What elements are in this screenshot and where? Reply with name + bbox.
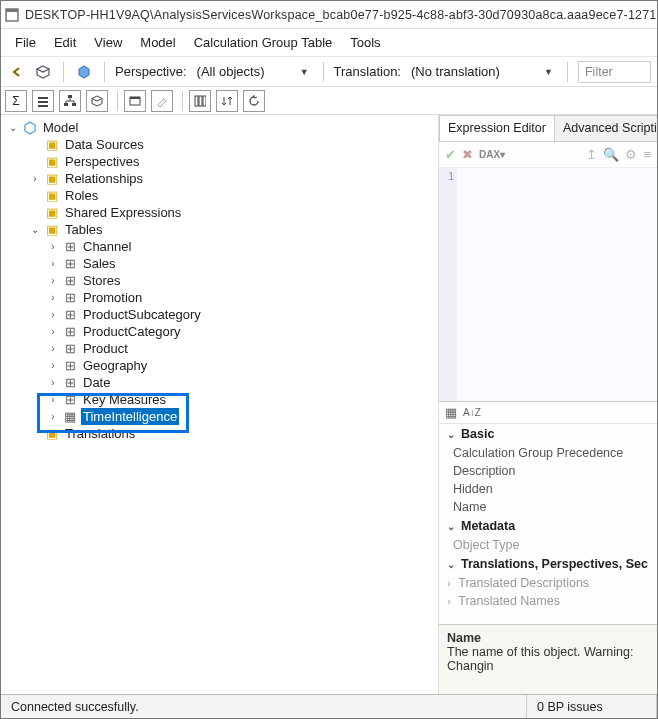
tree-node-table[interactable]: ›⊞ProductCategory <box>1 323 438 340</box>
menu-calc-group-table[interactable]: Calculation Group Table <box>194 35 333 50</box>
editor-content[interactable] <box>457 168 657 401</box>
expand-icon[interactable]: › <box>47 391 59 408</box>
expand-icon[interactable]: › <box>47 323 59 340</box>
tree-node-table[interactable]: ›⊞Stores <box>1 272 438 289</box>
expand-icon[interactable]: › <box>47 374 59 391</box>
gutter: 1 <box>439 168 457 401</box>
folder-icon: ▣ <box>44 426 60 442</box>
menu-file[interactable]: File <box>15 35 36 50</box>
expand-icon[interactable]: › <box>47 306 59 323</box>
table-icon: ⊞ <box>62 358 78 374</box>
svg-rect-8 <box>64 103 68 106</box>
group-basic[interactable]: ⌄Basic <box>439 424 657 444</box>
svg-rect-1 <box>6 9 18 12</box>
svg-rect-17 <box>195 96 198 106</box>
expand-icon[interactable]: › <box>47 255 59 272</box>
tree-node-relationships[interactable]: › ▣ Relationships <box>1 170 438 187</box>
tree-node-tables[interactable]: ⌄ ▣ Tables <box>1 221 438 238</box>
tree-node-table[interactable]: ›⊞Sales <box>1 255 438 272</box>
tree-node-roles[interactable]: ▣ Roles <box>1 187 438 204</box>
tree-node-timeintelligence[interactable]: ›▦TimeIntelligence <box>1 408 438 425</box>
refresh-icon[interactable] <box>243 90 265 112</box>
titlebar: DESKTOP-HH1V9AQ\AnalysisServicesWorkspac… <box>1 1 657 29</box>
tree-node-table[interactable]: ›⊞Channel <box>1 238 438 255</box>
sort-az-icon[interactable]: A↓Z <box>463 407 481 418</box>
collapse-icon[interactable]: ⌄ <box>29 221 41 238</box>
tree-node-model[interactable]: ⌄ Model <box>1 119 438 136</box>
prop-row[interactable]: Hidden <box>439 480 657 498</box>
list-icon[interactable] <box>32 90 54 112</box>
tree-node-table[interactable]: ›⊞ProductSubcategory <box>1 306 438 323</box>
categorized-icon[interactable]: ▦ <box>445 405 457 420</box>
tree-node-table[interactable]: ›⊞Date <box>1 374 438 391</box>
tree-node-perspectives[interactable]: ▣ Perspectives <box>1 153 438 170</box>
tree-node-shared-expr[interactable]: ▣ Shared Expressions <box>1 204 438 221</box>
table-icon: ⊞ <box>62 256 78 272</box>
tree-pane[interactable]: ⌄ Model ▣ Data Sources ▣ Perspectives › … <box>1 115 439 694</box>
dax-icon[interactable]: DAX▾ <box>479 149 505 160</box>
status-bar: Connected succesfully. 0 BP issues <box>1 694 657 718</box>
tree-label: Sales <box>81 255 118 272</box>
expand-icon[interactable]: › <box>47 408 59 425</box>
perspective-label: Perspective: <box>115 64 187 79</box>
filter-input[interactable]: Filter <box>578 61 651 83</box>
tree-label: Roles <box>63 187 100 204</box>
gear-icon[interactable]: ⚙ <box>625 147 637 162</box>
menu-edit[interactable]: Edit <box>54 35 76 50</box>
accept-icon[interactable]: ✔ <box>445 147 456 162</box>
tree-label: Channel <box>81 238 133 255</box>
window-icon[interactable] <box>124 90 146 112</box>
prop-row[interactable]: Calculation Group Precedence <box>439 444 657 462</box>
prop-row[interactable]: › Translated Descriptions <box>439 574 657 592</box>
menu-tools[interactable]: Tools <box>350 35 380 50</box>
sort-icon[interactable] <box>216 90 238 112</box>
expand-icon[interactable]: › <box>47 340 59 357</box>
cube2-icon[interactable] <box>86 90 108 112</box>
tree-node-table[interactable]: ›⊞Promotion <box>1 289 438 306</box>
perspective-value: (All objects) <box>197 64 265 79</box>
status-message: Connected succesfully. <box>1 695 527 718</box>
back-icon[interactable] <box>7 62 27 82</box>
properties-grid[interactable]: ⌄Basic Calculation Group Precedence Desc… <box>439 424 657 624</box>
translation-combo[interactable]: (No translation) ▼ <box>407 61 557 83</box>
prop-row[interactable]: Name <box>439 498 657 516</box>
right-tabs: Expression Editor Advanced Scripting <box>439 115 657 142</box>
props-toolbar: ▦ A↓Z <box>439 402 657 424</box>
indent-icon[interactable]: ≡ <box>643 147 651 162</box>
expression-editor[interactable]: 1 <box>439 168 657 402</box>
expand-icon[interactable]: › <box>29 170 41 187</box>
tool-icon[interactable]: ↥ <box>586 147 597 162</box>
deploy-icon[interactable] <box>74 62 94 82</box>
cancel-icon[interactable]: ✖ <box>462 147 473 162</box>
prop-row[interactable]: Description <box>439 462 657 480</box>
tree-node-table[interactable]: ›⊞Key Measures <box>1 391 438 408</box>
table-icon: ⊞ <box>62 239 78 255</box>
tree-node-table[interactable]: ›⊞Product <box>1 340 438 357</box>
sigma-icon[interactable]: Σ <box>5 90 27 112</box>
expand-icon[interactable]: › <box>47 272 59 289</box>
search-icon[interactable]: 🔍 <box>603 147 619 162</box>
menu-model[interactable]: Model <box>140 35 175 50</box>
menu-view[interactable]: View <box>94 35 122 50</box>
collapse-icon[interactable]: ⌄ <box>7 119 19 136</box>
table-icon: ⊞ <box>62 324 78 340</box>
tree-node-data-sources[interactable]: ▣ Data Sources <box>1 136 438 153</box>
cube-icon[interactable] <box>33 62 53 82</box>
prop-row[interactable]: Object Type <box>439 536 657 554</box>
hierarchy-icon[interactable] <box>59 90 81 112</box>
expand-icon[interactable]: › <box>47 289 59 306</box>
prop-row[interactable]: › Translated Names <box>439 592 657 610</box>
perspective-combo[interactable]: (All objects) ▼ <box>193 61 313 83</box>
edit-icon[interactable] <box>151 90 173 112</box>
tab-advanced-scripting[interactable]: Advanced Scripting <box>554 115 657 141</box>
group-metadata[interactable]: ⌄Metadata <box>439 516 657 536</box>
expand-icon[interactable]: › <box>47 357 59 374</box>
tree-node-table[interactable]: ›⊞Geography <box>1 357 438 374</box>
expand-icon[interactable]: › <box>47 238 59 255</box>
columns-icon[interactable] <box>189 90 211 112</box>
group-translations[interactable]: ⌄Translations, Perspectives, Sec <box>439 554 657 574</box>
tab-expression-editor[interactable]: Expression Editor <box>439 115 555 141</box>
separator <box>117 91 118 111</box>
tree-node-translations[interactable]: ▣ Translations <box>1 425 438 442</box>
tree-label: Promotion <box>81 289 144 306</box>
